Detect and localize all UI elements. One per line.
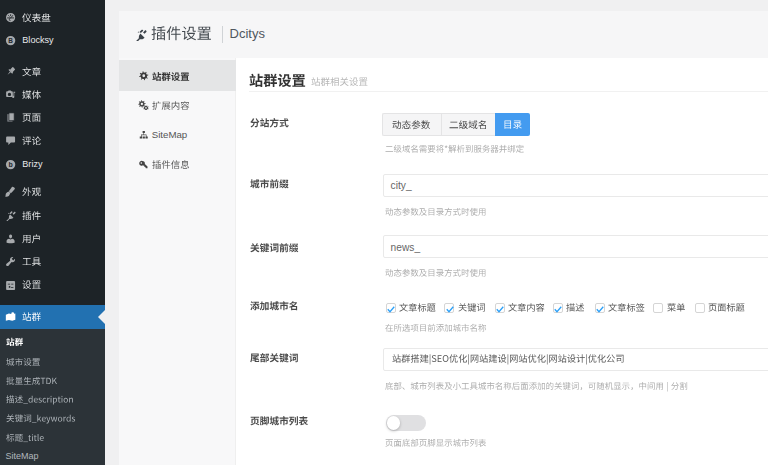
svg-text:B: B	[8, 37, 13, 44]
svg-text:b: b	[8, 161, 12, 168]
